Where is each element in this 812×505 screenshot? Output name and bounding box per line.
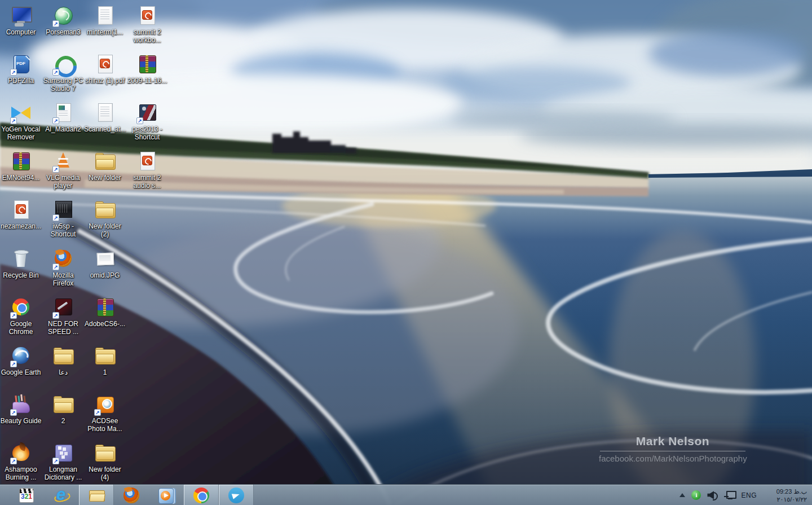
desktop-icon-pdfzilla[interactable]: PDF↗PDFZilla xyxy=(0,54,42,85)
taskbar-item-telegram[interactable] xyxy=(219,485,254,505)
shortcut-arrow-icon: ↗ xyxy=(136,117,143,124)
desktop-icon-label: YoGen Vocal Remover xyxy=(0,125,42,141)
ie-letter: e xyxy=(56,486,65,503)
recycle-bin-icon xyxy=(10,249,32,270)
volume-icon[interactable] xyxy=(707,491,718,499)
shortcut-arrow-icon: ↗ xyxy=(52,69,59,76)
desktop-icon-adobecs6[interactable]: AdobeCS6-... xyxy=(84,297,126,328)
shortcut-arrow-icon: ↗ xyxy=(52,20,59,27)
image-file-icon xyxy=(94,249,116,270)
desktop-icon-google-chrome[interactable]: ↗Google Chrome xyxy=(0,297,42,336)
desktop-icon-summit-2-audio[interactable]: summit 2 audio s... xyxy=(126,151,168,190)
desktop-icon-omid-jpg[interactable]: omid.JPG xyxy=(84,249,126,279)
desktop-icon-label: 1 xyxy=(84,368,126,376)
shortcut-arrow-icon: ↗ xyxy=(10,458,17,464)
desktop-icon-label: دعا xyxy=(42,368,84,376)
desktop-icon-yogen-vocal-remover[interactable]: ↗YoGen Vocal Remover xyxy=(0,103,42,141)
desktop-icon-samsung-pc-studio-7[interactable]: ↗Samsung PC Studio 7 xyxy=(42,54,84,93)
folder-flap xyxy=(96,354,114,363)
shortcut-arrow-icon: ↗ xyxy=(10,361,17,367)
desktop-icon-new-folder-4[interactable]: New folder (4) xyxy=(84,443,126,481)
play-triangle-icon xyxy=(164,493,169,498)
desktop-icon-iw5sp-shortcut[interactable]: ↗iw5sp - Shortcut xyxy=(42,200,84,238)
desktop-icon-label: PDFZilla xyxy=(0,77,42,85)
desktop-icon-shiraz-1-pdf[interactable]: shiraz (1).pdf xyxy=(84,54,126,85)
desktop-icon-label: Google Earth xyxy=(0,368,42,376)
clock[interactable]: 09:23 ب.ظ ٢٠١٥/٠٧/٢٢ xyxy=(763,488,807,503)
desktop-icon-doa-folder[interactable]: دعا xyxy=(42,346,84,376)
taskbar-item-internet-explorer[interactable]: e xyxy=(44,485,79,505)
computer-icon xyxy=(10,6,32,27)
clock-time: 09:23 ب.ظ xyxy=(763,488,807,495)
desktop-icon-scanned-at[interactable]: Scanned_at... xyxy=(84,103,126,133)
desktop-icon-ashampoo-burning[interactable]: ↗Ashampoo Burning ... xyxy=(0,443,42,481)
desktop-icon-label: Google Chrome xyxy=(0,320,42,336)
desktop-icon-label: NED FOR SPEED ... xyxy=(42,320,84,336)
desktop-icon-acdsee-photo-manager[interactable]: ↗ACDSee Photo Ma... xyxy=(84,394,126,433)
pdf-badge-icon xyxy=(142,10,152,20)
pdf-badge-icon xyxy=(16,204,26,214)
desktop-icon-al-maidah2[interactable]: ↗Al_Maidah2 xyxy=(42,103,84,133)
language-indicator[interactable]: ENG xyxy=(741,491,757,499)
desktop-icon-label: omid.JPG xyxy=(84,271,126,279)
desktop-icon-vlc-media-player[interactable]: ↗VLC media player xyxy=(42,151,84,190)
desktop-icon-archive-2009-11-16[interactable]: 2009-11-16... xyxy=(126,54,168,85)
clock-date: ٢٠١٥/٠٧/٢٢ xyxy=(763,495,807,503)
shortcut-arrow-icon: ↗ xyxy=(52,166,59,173)
desktop-icon-google-earth[interactable]: ↗Google Earth xyxy=(0,346,42,376)
pdf-document-icon xyxy=(94,54,116,76)
desktop-icon-folder-1[interactable]: 1 xyxy=(84,346,126,376)
taskbar: 321e i ENG 09:23 ب.ظ ٢٠١٥/٠٧/٢٢ xyxy=(0,484,812,505)
taskbar-item-media-player-classic[interactable]: 321 xyxy=(9,485,44,505)
desktop-icon-new-folder-2[interactable]: New folder (2) xyxy=(84,200,126,238)
taskbar-items: 321e xyxy=(9,485,254,505)
desktop-icon-ned-for-speed[interactable]: ↗NED FOR SPEED ... xyxy=(42,297,84,336)
desktop-icon-new-folder[interactable]: New folder xyxy=(84,151,126,182)
shortcut-arrow-icon: ↗ xyxy=(10,117,17,124)
desktop-icon-recycle-bin[interactable]: Recycle Bin xyxy=(0,249,42,279)
taskbar-item-windows-media-player[interactable] xyxy=(149,485,184,505)
desktop-icon-mozilla-firefox[interactable]: ↗Mozilla Firefox xyxy=(42,249,84,287)
chrome-icon xyxy=(193,488,209,503)
notification-info-icon[interactable]: i xyxy=(691,490,701,500)
folder-flap xyxy=(54,402,72,411)
taskbar-item-firefox[interactable] xyxy=(114,485,149,505)
folder-icon xyxy=(94,443,116,464)
shortcut-arrow-icon: ↗ xyxy=(10,69,17,76)
desktop-icon-label: pes2013 - Shortcut xyxy=(126,125,168,141)
telegram-icon xyxy=(228,488,244,503)
file-explorer-icon xyxy=(89,488,104,503)
taskbar-item-file-explorer[interactable] xyxy=(79,485,114,505)
network-icon[interactable] xyxy=(724,491,735,499)
pdf-document-icon xyxy=(10,200,32,221)
document-icon xyxy=(94,6,116,27)
desktop-icon-pes2013-shortcut[interactable]: ↗pes2013 - Shortcut xyxy=(126,103,168,141)
desktop-icon-nezamezan[interactable]: nezamezan... xyxy=(0,200,42,230)
pdf-badge-icon xyxy=(100,59,110,68)
winrar-archive-icon xyxy=(94,297,116,319)
desktop-icon-porseman3[interactable]: ↗Porseman3 xyxy=(42,6,84,36)
media-player-classic-icon: 321 xyxy=(19,488,34,503)
desktop-icon-summit-2-workbook[interactable]: summit 2 workbo... xyxy=(126,6,168,44)
desktop-icon-label: Porseman3 xyxy=(42,28,84,36)
taskbar-item-chrome[interactable] xyxy=(184,485,219,505)
desktop-icon-longman-dictionary[interactable]: ↗Longman Dictionary ... xyxy=(42,443,84,481)
pdf-badge-icon xyxy=(142,156,152,165)
winrar-archive-icon xyxy=(136,54,158,76)
desktop-icon-computer[interactable]: Computer xyxy=(0,6,42,36)
folder-icon xyxy=(94,151,116,173)
desktop-icon-beauty-guide[interactable]: ↗Beauty Guide xyxy=(0,394,42,425)
desktop-icon-label: ACDSee Photo Ma... xyxy=(84,417,126,433)
show-hidden-icons-icon[interactable] xyxy=(679,493,685,497)
desktop-icon-label: AdobeCS6-... xyxy=(84,320,126,328)
desktop-icon-emnoet94[interactable]: EMNoet94... xyxy=(0,151,42,182)
desktop-icon-folder-2[interactable]: 2 xyxy=(42,394,84,425)
shortcut-arrow-icon: ↗ xyxy=(52,117,59,124)
folder-icon xyxy=(52,346,74,367)
desktop-icon-label: Scanned_at... xyxy=(84,125,126,133)
desktop-icon-minterm[interactable]: minterm(1... xyxy=(84,6,126,36)
desktop-icon-label: Ashampoo Burning ... xyxy=(0,466,42,481)
mpc-321-label: 321 xyxy=(19,493,34,500)
desktop-icon-label: nezamezan... xyxy=(0,222,42,230)
folder-flap xyxy=(96,159,114,168)
